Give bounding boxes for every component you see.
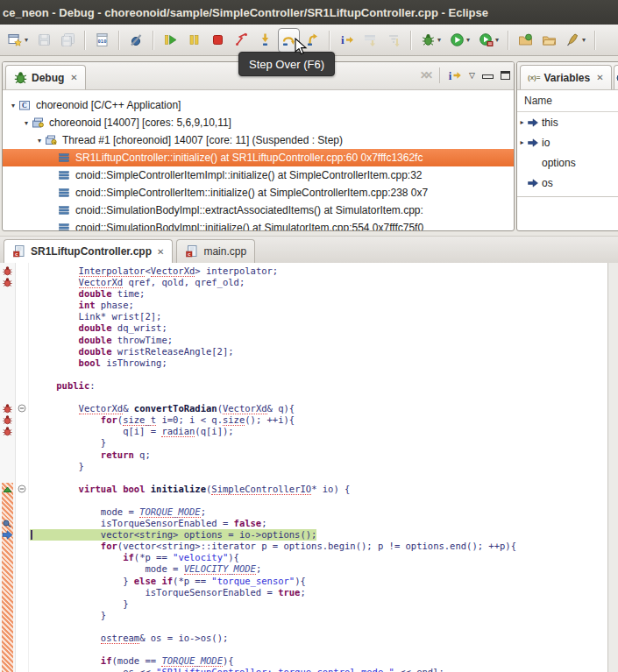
fold-collapse-icon[interactable] <box>18 404 26 413</box>
quill-button[interactable]: ▾ <box>562 28 589 53</box>
step-into-button[interactable] <box>254 28 276 53</box>
debug-tree-row[interactable]: cnoid::SimpleControllerItem::initialize(… <box>3 184 514 202</box>
debug-launch-button[interactable]: ▾ <box>417 28 444 53</box>
variable-row[interactable]: options <box>517 152 618 173</box>
expander-icon[interactable]: ▸ <box>517 118 527 126</box>
code-line: isTorqueSensorEnabled = true; <box>34 587 607 598</box>
svg-text:c: c <box>188 251 191 256</box>
coverage-icon <box>479 32 494 47</box>
code-line: public: <box>34 380 607 392</box>
debug-tree-label: choreonoid [C/C++ Application] <box>36 99 181 111</box>
variable-row[interactable]: ▸io <box>517 132 618 152</box>
debug-tree-label: SR1LiftupController::initialize() at SR1… <box>75 152 423 164</box>
save-all-button[interactable] <box>57 28 79 53</box>
code-line: } else if(*p == "torque_sensor"){ <box>34 576 607 587</box>
editor-tab-label: SR1LiftupController.cpp <box>31 245 152 258</box>
code-line: double time; <box>34 288 607 300</box>
remove-all-terminated-icon[interactable]: ✕✕ <box>420 69 432 81</box>
variables-view-tabbar: (x)= Variables ✕ <box>517 62 618 90</box>
binary-file-button[interactable]: 010 <box>91 28 113 53</box>
code-line: virtual bool initialize(SimpleController… <box>34 484 607 495</box>
close-icon[interactable]: ✕ <box>70 73 77 82</box>
process-icon <box>32 117 46 129</box>
svg-text:i: i <box>341 33 345 46</box>
variable-icon <box>527 137 540 149</box>
dropdown-caret-icon[interactable]: ▾ <box>582 36 586 44</box>
tab-variables[interactable]: (x)= Variables ✕ <box>520 65 612 89</box>
debug-tree-row[interactable]: ▾choreonoid [14007] [cores: 5,6,9,10,11] <box>3 114 514 131</box>
code-line: if(mode == TORQUE_MODE){ <box>34 655 607 667</box>
run-launch-button[interactable]: ▾ <box>446 28 473 53</box>
close-icon[interactable]: ✕ <box>157 247 164 257</box>
expander-icon[interactable]: ▾ <box>21 119 32 127</box>
code-line <box>34 621 607 633</box>
editor-tabbar: cSR1LiftupController.cpp✕cmain.cpp <box>0 236 618 264</box>
dropdown-caret-icon[interactable]: ▾ <box>495 36 499 44</box>
instruction-stepping-button[interactable]: i <box>336 28 358 53</box>
coverage-launch-button[interactable]: ▾ <box>475 28 502 53</box>
open-resource-button[interactable] <box>538 28 560 53</box>
dropdown-caret-icon[interactable]: ▾ <box>437 36 441 44</box>
debug-tree-row[interactable]: cnoid::SimpleControllerItemImpl::initial… <box>3 166 514 184</box>
toolbar-separator <box>84 31 86 50</box>
variables-column-name[interactable]: Name <box>517 90 618 112</box>
variable-row[interactable]: os <box>517 173 618 193</box>
editor-tab-main-cpp[interactable]: cmain.cpp <box>176 239 255 263</box>
folder-green-icon <box>518 32 533 47</box>
instruction-stepping-icon[interactable]: i <box>447 68 462 83</box>
expander-icon[interactable]: ▾ <box>8 102 18 110</box>
code-line: } <box>34 437 607 449</box>
tab-debug[interactable]: Debug ✕ <box>5 65 86 89</box>
skip-all-breakpoints-button[interactable] <box>125 28 147 53</box>
debug-tree-row[interactable]: cnoid::SimulationBodyImpl::extractAssoci… <box>3 202 514 219</box>
new-button[interactable]: ▾ <box>4 28 32 53</box>
toolbar-separator <box>118 31 120 50</box>
debug-view: Debug ✕ ✕✕ i ▽ ▾Cchoreonoid [C/C++ Appli… <box>2 61 515 231</box>
terminate-button[interactable] <box>207 28 229 53</box>
tab-breakpoints-partial[interactable] <box>614 65 618 89</box>
maximize-icon[interactable] <box>501 71 510 80</box>
debug-tree-row[interactable]: cnoid::SimulationBodyImpl::initialize() … <box>3 219 514 231</box>
code-line: for(vector<string>::iterator p = options… <box>34 541 607 552</box>
dropdown-caret-icon[interactable]: ▾ <box>466 36 470 44</box>
svg-text:i: i <box>449 69 452 81</box>
variables-table: ▸this▸iooptionsos <box>517 112 618 193</box>
svg-text:C: C <box>22 102 27 110</box>
debug-tree-row[interactable]: ▾Thread #1 [choreonoid] 14007 [core: 11]… <box>3 131 514 149</box>
view-menu-icon[interactable]: ▽ <box>469 71 475 80</box>
debug-tree-label: Thread #1 [choreonoid] 14007 [core: 11] … <box>62 134 343 146</box>
code-editor[interactable]: Interpolator<VectorXd> interpolator; Vec… <box>29 263 607 672</box>
minimize-icon[interactable] <box>482 74 494 79</box>
variable-row[interactable]: ▸this <box>517 112 618 132</box>
code-line: } <box>34 598 607 610</box>
debug-tree-row[interactable]: ▾Cchoreonoid [C/C++ Application] <box>3 96 514 114</box>
code-line: q[i] = radian(q[i]); <box>34 426 607 437</box>
editor-tab-sr1liftupcontroller-cpp[interactable]: cSR1LiftupController.cpp✕ <box>4 239 173 263</box>
tab-variables-label: Variables <box>543 72 590 84</box>
suspend-button[interactable] <box>183 28 205 53</box>
variable-name: io <box>542 137 550 149</box>
resume-button[interactable] <box>160 28 181 53</box>
save-button[interactable] <box>33 28 55 53</box>
expander-icon[interactable]: ▾ <box>34 137 45 145</box>
debug-bug-icon <box>13 70 28 85</box>
step-over-tooltip: Step Over (F6) <box>238 52 335 76</box>
debug-icon <box>421 32 436 47</box>
variables-detail-splitter[interactable] <box>517 196 618 197</box>
variable-icon <box>527 117 540 129</box>
debug-tree-row[interactable]: SR1LiftupController::initialize() at SR1… <box>3 149 514 166</box>
dropdown-caret-icon[interactable]: ▾ <box>25 36 28 44</box>
use-step-filters-button[interactable] <box>383 28 405 53</box>
disconnect-button[interactable] <box>231 28 252 53</box>
close-icon[interactable]: ✕ <box>596 73 603 82</box>
fold-collapse-icon[interactable] <box>18 485 26 493</box>
terminate-icon <box>210 32 225 47</box>
open-task-button[interactable] <box>515 28 536 53</box>
overview-ruler[interactable] <box>607 263 618 672</box>
code-line: mode = TORQUE_MODE; <box>34 506 607 518</box>
code-line <box>34 644 607 655</box>
expander-icon[interactable]: ▸ <box>517 138 527 146</box>
drop-to-frame-button[interactable] <box>359 28 381 53</box>
code-line: os << "SR1LiftupController: torque contr… <box>34 667 607 672</box>
window-titlebar[interactable]: ce_neon - Debug - choreonoid/sample/Simp… <box>0 0 618 25</box>
